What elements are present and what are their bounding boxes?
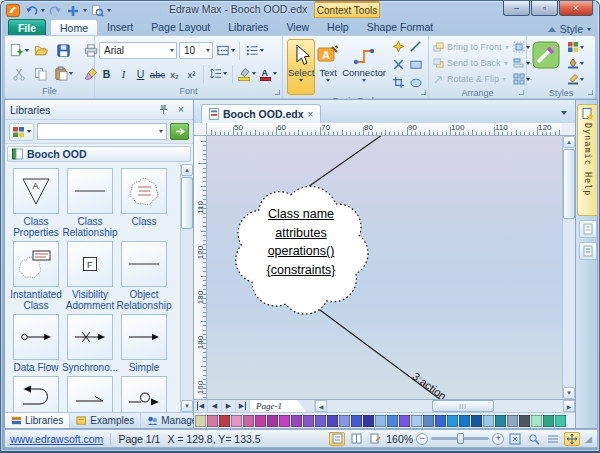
palette-swatch[interactable] xyxy=(543,415,554,427)
library-shape[interactable]: Data Flow xyxy=(10,314,62,376)
cloud-shape-text[interactable]: Class name attributes operations() {cons… xyxy=(235,205,367,279)
page-tab[interactable]: Page-1 xyxy=(250,400,306,412)
panel-tab-libraries[interactable]: Libraries xyxy=(5,413,70,428)
strikethrough-button[interactable]: abc xyxy=(150,65,165,82)
canvas-horizontal-scrollbar[interactable]: ◀ ||| ▶ xyxy=(314,400,575,412)
library-go-button[interactable] xyxy=(170,123,189,140)
next-page-button[interactable]: ▶ xyxy=(222,400,236,412)
fill-style-button[interactable] xyxy=(567,55,584,71)
zoom-out-button[interactable]: − xyxy=(416,433,428,445)
undo-button[interactable] xyxy=(23,4,39,18)
select-tool-button[interactable]: Select xyxy=(287,39,315,95)
palette-swatch[interactable] xyxy=(483,415,494,427)
tab-view[interactable]: View xyxy=(278,19,319,35)
subscript-button[interactable]: x₂ xyxy=(167,65,182,82)
new-document-button[interactable] xyxy=(9,41,29,61)
print-preview-button[interactable] xyxy=(89,4,105,18)
zoom-slider[interactable] xyxy=(431,437,489,440)
palette-swatch[interactable] xyxy=(411,415,422,427)
scrollbar-thumb[interactable] xyxy=(563,149,575,219)
borders-button[interactable] xyxy=(215,41,235,61)
library-shape[interactable]: Simple xyxy=(118,314,170,376)
underline-button[interactable]: U xyxy=(133,65,148,82)
italic-button[interactable]: I xyxy=(116,65,131,82)
pan-mode-button[interactable] xyxy=(564,432,580,446)
tab-help[interactable]: Help xyxy=(318,19,358,35)
undo-dropdown-icon[interactable] xyxy=(41,9,45,12)
palette-swatch[interactable] xyxy=(555,415,566,427)
scrollbar-thumb[interactable]: ||| xyxy=(432,400,494,412)
send-to-back-button[interactable]: Send to Back xyxy=(433,55,509,71)
library-shape[interactable]: Class Relationship xyxy=(64,168,116,241)
tab-libraries[interactable]: Libraries xyxy=(219,19,277,35)
pen-tool-icon[interactable] xyxy=(392,39,405,57)
palette-swatch[interactable] xyxy=(363,415,374,427)
edge-label[interactable]: 3:action xyxy=(410,370,448,399)
task-pane-icon[interactable] xyxy=(579,242,597,260)
canvas-vertical-scrollbar[interactable]: ▲ ▼ xyxy=(562,136,575,399)
palette-swatch[interactable] xyxy=(279,415,290,427)
library-shape[interactable] xyxy=(118,376,170,412)
pin-panel-icon[interactable] xyxy=(156,103,170,116)
library-shape[interactable]: Object Relationship xyxy=(118,241,170,314)
text-tool-button[interactable]: A Text xyxy=(315,39,341,95)
bring-to-front-button[interactable]: Bring to Front xyxy=(433,39,509,55)
new-drawing-button[interactable] xyxy=(65,4,81,18)
palette-swatch[interactable] xyxy=(471,415,482,427)
palette-swatch[interactable] xyxy=(243,415,254,427)
scroll-down-icon[interactable]: ▼ xyxy=(563,387,575,399)
rectangle-tool-icon[interactable] xyxy=(409,57,423,75)
line-style-button[interactable] xyxy=(567,71,584,87)
edrawsoft-link[interactable]: www.edrawsoft.com xyxy=(10,433,103,445)
fit-to-window-button[interactable] xyxy=(507,432,523,446)
scroll-down-icon[interactable]: ▼ xyxy=(181,400,193,412)
arrange-dialog-launcher-icon[interactable] xyxy=(519,90,524,95)
style-button[interactable]: Style xyxy=(560,23,583,35)
page-view-button[interactable] xyxy=(348,432,364,446)
open-button[interactable] xyxy=(31,41,51,61)
palette-swatch[interactable] xyxy=(207,415,218,427)
palette-swatch[interactable] xyxy=(351,415,362,427)
paste-button[interactable] xyxy=(53,64,73,84)
palette-swatch[interactable] xyxy=(195,415,206,427)
resize-grip-icon[interactable]: ◢ xyxy=(585,434,592,444)
bold-button[interactable]: B xyxy=(99,65,114,82)
maximize-button[interactable]: ▫ xyxy=(531,1,558,16)
palette-swatch[interactable] xyxy=(459,415,470,427)
palette-swatch[interactable] xyxy=(303,415,314,427)
palette-swatch[interactable] xyxy=(339,415,350,427)
palette-swatch[interactable] xyxy=(531,415,542,427)
scroll-up-icon[interactable]: ▲ xyxy=(563,136,575,148)
styles-dialog-launcher-icon[interactable] xyxy=(588,90,593,95)
superscript-button[interactable]: x² xyxy=(184,65,199,82)
library-shape[interactable]: F Visibility Adomment xyxy=(64,241,116,314)
zoom-slider-thumb[interactable] xyxy=(457,433,464,444)
line-tool-icon[interactable] xyxy=(409,39,422,57)
palette-swatch[interactable] xyxy=(231,415,242,427)
last-page-button[interactable]: ▶ xyxy=(236,400,250,412)
scrollbar-thumb[interactable] xyxy=(181,177,193,229)
highlight-button[interactable] xyxy=(236,64,256,84)
palette-swatch[interactable] xyxy=(267,415,278,427)
font-color-button[interactable]: A xyxy=(258,64,278,84)
palette-swatch[interactable] xyxy=(387,415,398,427)
library-search-combobox[interactable] xyxy=(37,123,167,140)
print-preview-view-button[interactable] xyxy=(367,432,383,446)
palette-swatch[interactable] xyxy=(219,415,230,427)
library-shape[interactable]: Synchrono... xyxy=(64,314,116,376)
font-dialog-launcher-icon[interactable] xyxy=(275,90,280,95)
close-button[interactable]: × xyxy=(559,1,593,16)
freehand-tool-icon[interactable] xyxy=(392,57,405,75)
palette-swatch[interactable] xyxy=(327,415,338,427)
bullet-list-button[interactable] xyxy=(244,41,264,61)
palette-swatch[interactable] xyxy=(435,415,446,427)
previous-page-button[interactable]: ◀ xyxy=(208,400,222,412)
library-shape[interactable]: A Class Properties xyxy=(10,168,62,241)
scroll-up-icon[interactable]: ▲ xyxy=(181,164,193,176)
file-menu-button[interactable]: File xyxy=(8,19,46,35)
new-drawing-dropdown-icon[interactable] xyxy=(83,9,87,12)
rotate-flip-button[interactable]: Rotate & Flip xyxy=(433,71,509,87)
basic-tools-dialog-launcher-icon[interactable] xyxy=(421,90,426,95)
save-button[interactable] xyxy=(53,41,73,61)
document-list-dropdown-icon[interactable] xyxy=(556,106,571,120)
